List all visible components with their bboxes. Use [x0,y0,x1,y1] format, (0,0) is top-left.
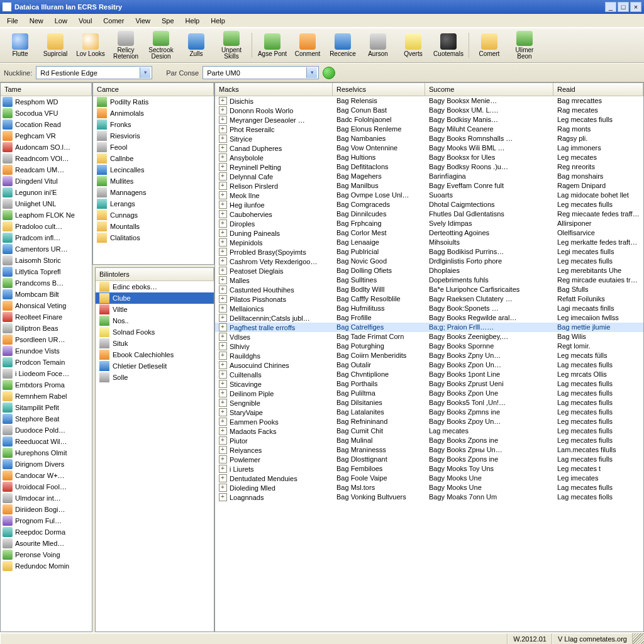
category-item[interactable]: Clalitatios [93,232,214,243]
table-row[interactable]: VdlsesBag Tade Frimat CornBagy Books Zee… [215,332,643,341]
bilintoler-item[interactable]: Solle [96,372,214,383]
row-expand-icon[interactable] [219,474,227,482]
row-expand-icon[interactable] [219,333,227,341]
category-item[interactable]: Feool [93,142,214,153]
row-expand-icon[interactable] [219,153,227,162]
row-expand-icon[interactable] [219,248,227,256]
tree-item[interactable]: Asourite Mled… [1,538,92,549]
bilintoler-item[interactable]: Clube [96,292,214,304]
tree-item[interactable]: Uniighet UNL [1,198,92,209]
menu-file[interactable]: File [1,15,24,26]
row-expand-icon[interactable] [219,389,227,397]
tree-item[interactable]: Audoncam SO.l… [1,142,92,153]
row-expand-icon[interactable] [219,465,227,473]
table-row[interactable]: AnsybololeBag HultionsВagy Booksx for Ul… [215,153,643,162]
category-item[interactable]: Mannagens [93,187,214,198]
bilintolers-list[interactable]: Edinc eboks…ClubeViltleNos..Solnad Fooks… [96,281,214,631]
bilintoler-item[interactable]: Nos.. [96,315,214,326]
tree-item[interactable]: Reepdoc Dorma [1,526,92,538]
category-item[interactable]: Mullites [93,175,214,187]
table-row[interactable]: PiutorBag MulinalBagy Books Zpons ineLeg… [215,436,643,445]
menu-view[interactable]: View [130,15,156,26]
row-expand-icon[interactable] [219,427,227,435]
row-expand-icon[interactable] [219,106,227,114]
toolbar-relicy-retenion[interactable]: Relicy Retenion [108,30,143,60]
menu-new[interactable]: New [24,15,49,26]
tree-item[interactable]: Mombcam Bilt [1,289,92,300]
tree-item[interactable]: Laisomh Storic [1,255,92,266]
table-row[interactable]: Meok lIneBag Ovmpe Lose Unl…SuoartsLag m… [215,191,643,200]
row-expand-icon[interactable] [219,238,227,247]
table-row[interactable]: Prrobled Вrasy(SpoyimtsBag PublricialBag… [215,247,643,257]
row-expand-icon[interactable] [219,116,227,124]
resize-grip[interactable] [633,633,644,645]
tree-item[interactable]: Readcam UM… [1,164,92,175]
table-row[interactable]: MellaionicsBag HufmilitussBagy Book:Spon… [215,304,643,313]
table-row[interactable]: Madaots FacksBag Cumit ChitLag mecatesLe… [215,426,643,436]
row-expand-icon[interactable] [219,125,227,133]
table-row[interactable]: CuiltenallsBag ChvntiplioneВagy Bоoks 1p… [215,370,643,379]
table-row[interactable]: i LiuretsBag FembiloesBagy Mоoks Toy Uns… [215,464,643,474]
category-item[interactable]: Mountalls [93,221,214,232]
row-expand-icon[interactable] [219,352,227,360]
mid-top-header[interactable]: Camce [93,83,214,96]
bilintoler-item[interactable]: Solnad Fooks [96,326,214,338]
row-expand-icon[interactable] [219,163,227,171]
category-item[interactable]: Podilty Ratis [93,96,214,108]
category-item[interactable]: Lerangs [93,198,214,209]
row-expand-icon[interactable] [219,295,227,303]
category-item[interactable]: Fronks [93,119,214,130]
toolbar-ulimer-beon[interactable]: Ulimer Beon [507,30,542,60]
row-expand-icon[interactable] [219,455,227,464]
row-expand-icon[interactable] [219,135,227,143]
toolbar-qverts[interactable]: Qverts [396,30,431,60]
tree-item[interactable]: Candocar W+… [1,470,92,481]
tree-item[interactable]: Leaphom FLOK Ne [1,209,92,221]
row-expand-icon[interactable] [219,380,227,388]
category-item[interactable]: Riesvioris [93,130,214,142]
toolbar-sectrook-desion[interactable]: Sectrook Desion [143,30,179,60]
tree-item[interactable]: Hurephons Olmit [1,447,92,458]
table-row[interactable]: SlhiviyBag PoturghingBagy Books SpornneR… [215,341,643,351]
table-row[interactable]: Deilinom PipleBag РuliltmaBagy Books Zpo… [215,389,643,398]
tree-item[interactable]: Remnhem Rabel [1,391,92,402]
category-item[interactable]: Callnbe [93,153,214,164]
tree-item[interactable]: Sitampilit Pefit [1,402,92,413]
row-expand-icon[interactable] [219,342,227,350]
table-row[interactable]: StaryVaipeBag LatalanitesBagy Books Zpmn… [215,408,643,417]
table-row[interactable]: LoagnnadsВag Vonking BultvuersBagy Moaks… [215,492,643,502]
row-expand-icon[interactable] [219,304,227,313]
row-expand-icon[interactable] [219,144,227,152]
toolbar-unpent-skills[interactable]: Unpent Skills [214,30,249,60]
toolbar-cuotemals[interactable]: Cuotemals [431,30,466,60]
tree-item[interactable]: Ulmdocar int… [1,492,92,504]
maximize-button[interactable]: □ [618,2,629,12]
table-row[interactable]: SengnibleBag DilsitaniesBagy Books5 Tonl… [215,398,643,408]
tree-item[interactable]: Prandcoms B… [1,277,92,289]
table-row[interactable]: Dioleding MledBag Msl.torsBagy Mooks Une… [215,483,643,492]
tree-item[interactable]: Uroidocal Fool… [1,481,92,492]
category-item[interactable]: Annimolals [93,108,214,119]
tree-item[interactable]: Pradcom infl… [1,232,92,243]
col-sucome[interactable]: Sucome [425,83,553,96]
toolbar-lov-looks[interactable]: Lov Looks [73,30,108,60]
toolbar-aurson[interactable]: Aurson [360,30,396,60]
mid-bot-header[interactable]: Bilintolers [96,268,214,280]
tree-item[interactable]: Рeghcam VR [1,130,92,142]
toolbar-supircial[interactable]: Supircial [38,30,73,60]
row-expand-icon[interactable] [219,191,227,199]
left-list[interactable]: Resphom WDSocodua VFUCocation ReadРeghca… [1,96,92,631]
tree-item[interactable]: Prodcon Temain [1,357,92,368]
tree-item[interactable]: Socodua VFU [1,108,92,119]
row-expand-icon[interactable] [219,493,227,501]
row-expand-icon[interactable] [219,172,227,180]
parcourse-combo[interactable]: Parte UM0 [203,66,319,79]
bilintoler-item[interactable]: Edinc eboks… [96,281,214,292]
table-row[interactable]: SitryiceBag NambaniesBagy Books Romnshal… [215,134,643,143]
table-row[interactable]: Castunted HouthihesBag Bodlty WilllBa*e … [215,285,643,294]
table-row[interactable]: Eammen PooksBag RefnininandBagy Books Zp… [215,417,643,426]
tree-item[interactable]: Enundoe Vists [1,345,92,357]
go-button[interactable] [323,67,335,79]
row-expand-icon[interactable] [219,219,227,228]
menu-comer[interactable]: Comer [97,15,130,26]
